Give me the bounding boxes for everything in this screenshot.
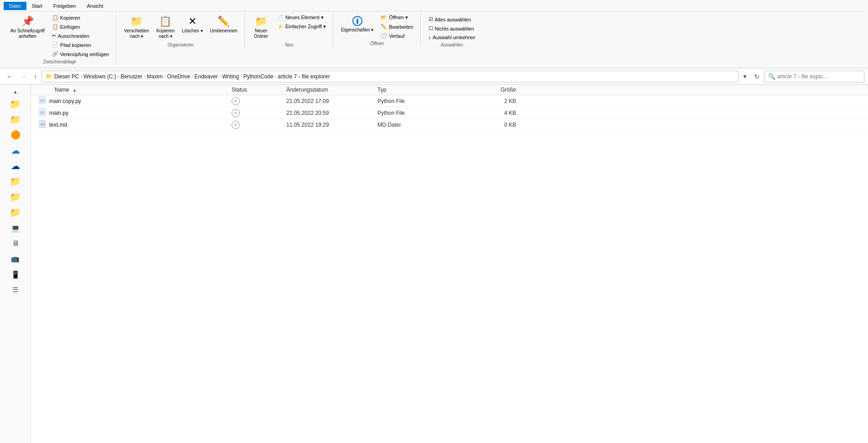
tab-freigeben[interactable]: Freigeben (48, 2, 82, 10)
tab-datei[interactable]: Datei (4, 2, 26, 10)
svg-text:py: py (40, 98, 45, 103)
group-label-zwischenablage: Zwischenablage (43, 58, 76, 64)
forward-button[interactable]: → (17, 71, 29, 82)
edit-button[interactable]: ✏️ Bearbeiten (377, 22, 416, 31)
cut-button[interactable]: ✂ Ausschneiden (49, 31, 112, 40)
table-row[interactable]: py main.py ✓ 22.05.2022 20:59 Python Fil… (31, 107, 868, 119)
col-header-status[interactable]: Status (232, 87, 286, 93)
bc-windows-c[interactable]: Windows (C:) (83, 73, 116, 80)
bc-this-pc[interactable]: Dieser PC (54, 73, 79, 80)
move-icon: 📁 (130, 15, 143, 27)
file-icon-py-2: py (38, 108, 46, 118)
rename-button[interactable]: ✏️ Umbenennen (207, 13, 241, 36)
edit-icon: ✏️ (381, 24, 387, 30)
group-label-oeffnen: Öffnen (370, 40, 384, 46)
breadcrumb-folder-icon: 📁 (46, 73, 52, 80)
file-type-2: Python File (377, 110, 469, 116)
bc-pythoncode[interactable]: PythonCode (243, 73, 274, 80)
svg-rect-1 (356, 20, 358, 24)
search-icon: 🔍 (768, 73, 775, 80)
col-header-type[interactable]: Typ (377, 87, 469, 93)
sidebar-item-extra[interactable]: ☰ (7, 283, 24, 297)
file-name-3: text.md (49, 122, 67, 128)
select-none-button[interactable]: ☐ Nichts auswählen (425, 24, 479, 33)
move-to-button[interactable]: 📁 Verschiebennach ▾ (121, 13, 152, 41)
file-name-cell-2: py main.py (31, 108, 232, 118)
sidebar-computer[interactable]: 💻 (7, 221, 24, 235)
back-button[interactable]: ← (4, 71, 16, 82)
group-label-organisieren: Organisieren (168, 41, 194, 47)
bc-article7[interactable]: article 7 - file explorer (278, 73, 330, 80)
delete-button[interactable]: ✕ Löschen ▾ (179, 13, 206, 36)
copy-button[interactable]: 📋 Kopieren (49, 13, 112, 22)
easy-access-button[interactable]: ⚡ Einfacher Zugriff ▾ (274, 22, 330, 31)
sidebar-folder-1-icon: 📁 (10, 98, 21, 109)
ribbon: Datei Start Freigeben Ansicht 📌 An Schne… (0, 0, 868, 68)
sidebar-orange-ball[interactable]: 🟠 (7, 128, 24, 142)
cut-icon: ✂ (52, 33, 56, 39)
tab-ansicht[interactable]: Ansicht (81, 2, 108, 10)
rename-icon: ✏️ (217, 15, 230, 27)
sidebar-onedrive-2[interactable]: ☁ (7, 159, 24, 173)
sidebar-device[interactable]: 📱 (7, 268, 24, 281)
select-all-button[interactable]: ☑ Alles auswählen (425, 15, 479, 24)
file-area: Name ▲ Status Änderungsdatum Typ Größe (31, 85, 868, 443)
up-button[interactable]: ↑ (31, 71, 40, 82)
select-all-icon: ☑ (429, 16, 433, 22)
file-name-1: main copy.py (49, 98, 81, 104)
file-type-3: MD-Datei (377, 122, 469, 128)
file-name-cell: py main copy.py (31, 96, 232, 106)
pin-icon: 📌 (21, 15, 34, 27)
sidebar-folder-3[interactable]: 📁 (7, 175, 24, 188)
copy-to-icon: 📋 (159, 15, 171, 27)
copy-path-button[interactable]: 📄 Pfad kopieren (49, 41, 112, 49)
file-size-2: 4 KB (469, 110, 523, 116)
copy-to-button[interactable]: 📋 Kopierennach ▾ (153, 13, 178, 41)
bc-benutzer[interactable]: Benutzer (120, 73, 142, 80)
search-input[interactable] (777, 73, 860, 80)
ribbon-content: 📌 An Schnellzugriffanheften 📋 Kopieren 📋… (4, 11, 864, 66)
search-bar[interactable]: 🔍 (764, 71, 864, 82)
pin-label: An Schnellzugriffanheften (10, 28, 45, 39)
file-size-1: 2 KB (469, 98, 523, 104)
file-status-2: ✓ (232, 109, 286, 117)
breadcrumb[interactable]: 📁 Dieser PC › Windows (C:) › Benutzer › … (41, 71, 739, 82)
sidebar-extra-icon: ☰ (12, 286, 18, 294)
sidebar-device-icon: 📱 (11, 270, 20, 279)
group-zwischenablage: 📌 An Schnellzugriffanheften 📋 Kopieren 📋… (4, 13, 116, 64)
group-neu: 📁 NeuerOrdner 📄 Neues Element ▾ ⚡ Einfac… (246, 13, 334, 47)
file-status-1: ✓ (232, 97, 286, 105)
history-icon: 🕒 (381, 33, 387, 39)
paste-button[interactable]: 📋 Einfügen (49, 22, 112, 31)
open-button[interactable]: 📂 Öffnen ▾ (377, 13, 416, 22)
col-header-date[interactable]: Änderungsdatum (286, 87, 377, 93)
scroll-up-sidebar[interactable]: ▲ (12, 88, 19, 95)
address-dropdown-button[interactable]: ▼ (740, 72, 749, 81)
bc-endeaver[interactable]: Endeaver (194, 73, 217, 80)
bc-maxim[interactable]: Maxim (147, 73, 163, 80)
col-header-size[interactable]: Größe (469, 87, 523, 93)
new-folder-button[interactable]: 📁 NeuerOrdner (249, 13, 273, 41)
sidebar-folder-5[interactable]: 📁 (7, 206, 24, 219)
new-item-button[interactable]: 📄 Neues Element ▾ (274, 13, 330, 22)
pin-quickaccess-button[interactable]: 📌 An Schnellzugriffanheften (7, 13, 48, 41)
bc-writing[interactable]: Writing (222, 73, 239, 80)
table-row[interactable]: md text.md ✓ 11.05.2022 19:29 MD-Datei 0… (31, 119, 868, 131)
sidebar-folder-2[interactable]: 📁 (7, 113, 24, 126)
sidebar-monitor[interactable]: 🖥 (7, 237, 24, 250)
col-header-name[interactable]: Name ▲ (31, 87, 232, 93)
invert-selection-button[interactable]: ↕ Auswahl umkehren (425, 33, 479, 41)
paste-shortcut-button[interactable]: 🔗 Verknüpfung einfügen (49, 50, 112, 58)
sidebar-folder-4[interactable]: 📁 (7, 190, 24, 204)
sidebar-folder-1[interactable]: 📁 (7, 97, 24, 111)
history-button[interactable]: 🕒 Verlauf (377, 31, 416, 40)
file-date-3: 11.05.2022 19:29 (286, 122, 377, 128)
bc-onedrive[interactable]: OneDrive (167, 73, 190, 80)
copy-icon: 📋 (52, 15, 58, 21)
sidebar-onedrive-1[interactable]: ☁ (7, 144, 24, 157)
sidebar-screen[interactable]: 📺 (7, 252, 24, 266)
tab-start[interactable]: Start (26, 2, 48, 10)
table-row[interactable]: py main copy.py ✓ 21.05.2022 17:09 Pytho… (31, 95, 868, 107)
refresh-button[interactable]: ↻ (751, 71, 762, 82)
properties-button[interactable]: Eigenschaften ▾ (338, 13, 377, 35)
